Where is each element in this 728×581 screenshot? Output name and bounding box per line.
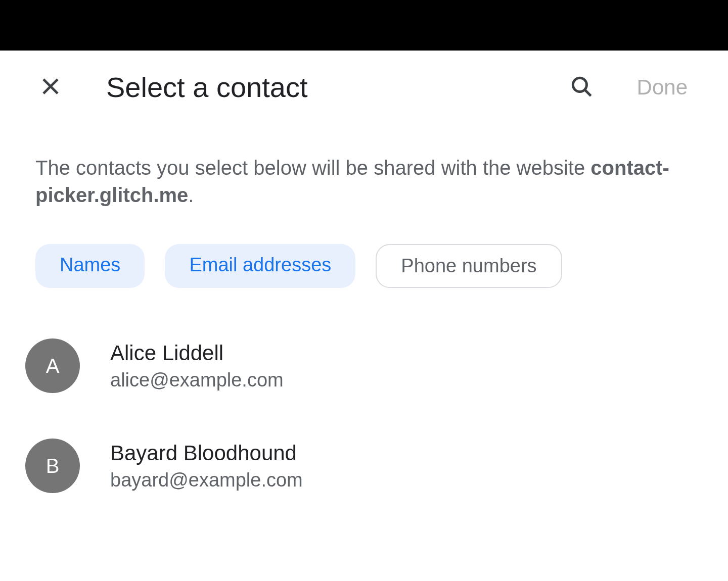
avatar: A [25,338,80,393]
description-prefix: The contacts you select below will be sh… [35,157,590,179]
chip-email-addresses[interactable]: Email addresses [165,244,355,288]
close-icon [38,74,63,101]
contact-item[interactable]: A Alice Liddell alice@example.com [25,323,693,423]
chip-phone-numbers[interactable]: Phone numbers [376,244,562,288]
svg-point-2 [573,78,586,91]
contact-email: bayard@example.com [110,469,303,491]
search-button[interactable] [566,72,597,103]
close-button[interactable] [35,72,66,103]
avatar: B [25,439,80,493]
contact-list: A Alice Liddell alice@example.com B Baya… [0,308,728,523]
description-suffix: . [188,184,194,206]
contact-name: Bayard Bloodhound [110,441,303,465]
share-description: The contacts you select below will be sh… [0,114,728,229]
done-button[interactable]: Done [637,75,693,100]
svg-line-3 [585,90,590,95]
chip-names[interactable]: Names [35,244,145,288]
contact-item[interactable]: B Bayard Bloodhound bayard@example.com [25,423,693,523]
contact-text: Bayard Bloodhound bayard@example.com [110,441,303,491]
search-icon [569,74,594,101]
filter-chips: Names Email addresses Phone numbers [0,229,728,308]
contact-email: alice@example.com [110,369,284,391]
contact-text: Alice Liddell alice@example.com [110,341,284,391]
contact-name: Alice Liddell [110,341,284,365]
page-title: Select a contact [91,71,541,104]
status-bar [0,0,728,51]
header: Select a contact Done [0,51,728,114]
